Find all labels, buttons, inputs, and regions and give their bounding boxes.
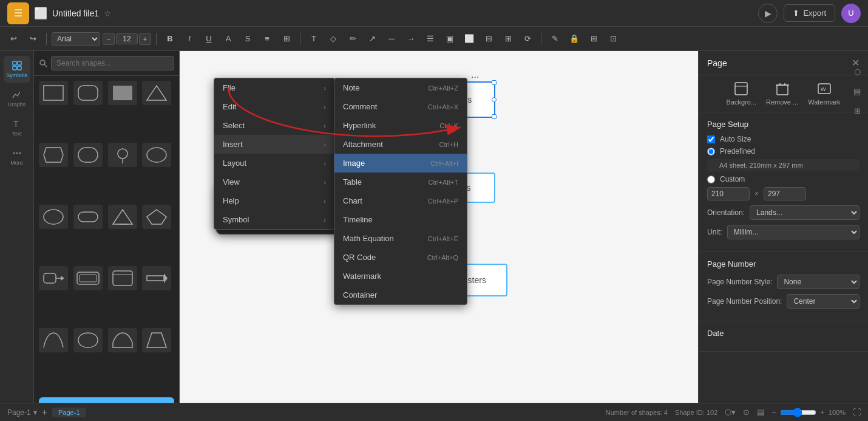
rs-background-action[interactable]: Backgro... bbox=[726, 81, 756, 106]
height-input[interactable] bbox=[764, 187, 806, 200]
shape-item[interactable] bbox=[73, 205, 103, 229]
menu-file[interactable]: File › bbox=[214, 78, 334, 97]
avatar[interactable]: U bbox=[841, 4, 861, 23]
sidebar-text-button[interactable]: T Text bbox=[4, 114, 30, 141]
shape-item[interactable] bbox=[73, 266, 103, 290]
pn-style-select[interactable]: None bbox=[777, 275, 860, 289]
submenu-qr[interactable]: QR Code Ctrl+Alt+Q bbox=[334, 248, 467, 267]
connection-button[interactable]: ⟳ bbox=[519, 30, 536, 47]
submenu-note[interactable]: Note Ctrl+Alt+Z bbox=[334, 78, 467, 97]
align-more-button[interactable]: ⊞ bbox=[278, 30, 295, 47]
shape-item[interactable] bbox=[142, 81, 171, 105]
play-button[interactable]: ▶ bbox=[758, 4, 778, 23]
menu-view[interactable]: View › bbox=[214, 173, 334, 191]
grid-button[interactable]: ⊞ bbox=[585, 30, 602, 47]
width-input[interactable] bbox=[707, 187, 750, 200]
highlight-button[interactable]: ✏ bbox=[344, 30, 361, 47]
star-icon[interactable]: ☆ bbox=[104, 9, 112, 18]
zoom-in-button[interactable]: + bbox=[820, 408, 825, 417]
bold-button[interactable]: B bbox=[161, 30, 178, 47]
shadow-button[interactable]: ▣ bbox=[441, 30, 458, 47]
submenu-image[interactable]: Image Ctrl+Alt+I bbox=[334, 154, 467, 173]
custom-radio[interactable] bbox=[707, 176, 715, 183]
shape-item[interactable] bbox=[39, 266, 68, 290]
line-style-button[interactable]: ─ bbox=[383, 30, 400, 47]
shape-item[interactable] bbox=[142, 328, 171, 352]
menu-help[interactable]: Help › bbox=[214, 191, 334, 210]
strikethrough-button[interactable]: S bbox=[239, 30, 256, 47]
page-selector[interactable]: Page-1 ▾ bbox=[7, 408, 37, 417]
font-size-input[interactable] bbox=[116, 33, 138, 44]
status-layers-button[interactable]: ⬡▾ bbox=[725, 408, 736, 417]
font-size-increase[interactable]: + bbox=[139, 33, 151, 45]
menu-overlay[interactable]: File › Edit › Select › Insert › Layout bbox=[180, 51, 698, 421]
arrow-style-button[interactable]: → bbox=[402, 30, 419, 47]
pn-position-select[interactable]: Center bbox=[787, 294, 860, 309]
shape-item[interactable] bbox=[108, 143, 137, 167]
menu-select[interactable]: Select › bbox=[214, 116, 334, 135]
shape-item[interactable] bbox=[39, 328, 68, 352]
sidebar-more-button[interactable]: More bbox=[4, 143, 30, 170]
fullscreen-button[interactable]: ⛶ bbox=[853, 408, 861, 417]
unit-select[interactable]: Millim... Inches bbox=[727, 225, 860, 239]
shape-item[interactable] bbox=[142, 143, 171, 167]
redo-button[interactable]: ↪ bbox=[24, 30, 41, 47]
align-button[interactable]: ≡ bbox=[259, 30, 276, 47]
edit-button[interactable]: ✎ bbox=[546, 30, 563, 47]
font-size-decrease[interactable]: − bbox=[103, 33, 115, 45]
list-button[interactable]: ☰ bbox=[422, 30, 439, 47]
menu-symbol[interactable]: Symbol › bbox=[214, 210, 334, 229]
auto-size-checkbox[interactable] bbox=[707, 135, 715, 143]
submenu-container[interactable]: Container bbox=[334, 286, 467, 304]
submenu-watermark[interactable]: Watermark bbox=[334, 267, 467, 286]
submenu-timeline[interactable]: Timeline bbox=[334, 210, 467, 229]
text-button[interactable]: T bbox=[305, 30, 322, 47]
menu-edit[interactable]: Edit › bbox=[214, 97, 334, 116]
menu-layout[interactable]: Layout › bbox=[214, 154, 334, 173]
container-button[interactable]: ⬜ bbox=[461, 30, 478, 47]
underline-button[interactable]: U bbox=[200, 30, 217, 47]
rs-watermark-action[interactable]: W Watermark bbox=[808, 81, 840, 106]
table-button[interactable]: ⊡ bbox=[605, 30, 622, 47]
shape-item[interactable] bbox=[73, 328, 103, 352]
sidebar-graphs-button[interactable]: Graphs bbox=[4, 85, 30, 112]
predefined-radio[interactable] bbox=[707, 148, 715, 156]
shape-item[interactable] bbox=[108, 266, 137, 290]
submenu-chart[interactable]: Chart Ctrl+Alt+P bbox=[334, 191, 467, 210]
menu-insert[interactable]: Insert › bbox=[214, 135, 334, 154]
rs-remove-action[interactable]: Remove ... bbox=[766, 81, 798, 106]
shape-item[interactable] bbox=[142, 266, 171, 290]
shape-item[interactable] bbox=[108, 205, 137, 229]
shape-search-input[interactable] bbox=[51, 56, 174, 70]
page-tab[interactable]: Page-1 bbox=[52, 408, 86, 417]
font-select[interactable]: Arial bbox=[52, 32, 100, 46]
shape-item[interactable] bbox=[108, 328, 137, 352]
rs-edge-icon-2[interactable]: ▤ bbox=[849, 83, 866, 100]
submenu-table[interactable]: Table Ctrl+Alt+T bbox=[334, 173, 467, 191]
shape-item[interactable] bbox=[142, 205, 171, 229]
submenu-hyperlink[interactable]: Hyperlink Ctrl+K bbox=[334, 116, 467, 135]
submenu-comment[interactable]: Comment Ctrl+Alt+X bbox=[334, 97, 467, 116]
zoom-slider[interactable] bbox=[780, 408, 816, 417]
submenu-attachment[interactable]: Attachment Ctrl+H bbox=[334, 135, 467, 154]
fill-button[interactable]: ◇ bbox=[325, 30, 342, 47]
submenu-math[interactable]: Math Equation Ctrl+Alt+E bbox=[334, 229, 467, 248]
shape-item[interactable] bbox=[39, 205, 68, 229]
shape-item[interactable] bbox=[73, 81, 103, 105]
orientation-select[interactable]: Lands... Portrait bbox=[750, 205, 860, 220]
rs-edge-icon-1[interactable]: ⬡ bbox=[849, 63, 866, 80]
rs-edge-icon-3[interactable]: ⊞ bbox=[849, 102, 866, 119]
font-color-button[interactable]: A bbox=[220, 30, 237, 47]
shape-item[interactable] bbox=[73, 143, 103, 167]
sidebar-symbols-button[interactable]: Symbols bbox=[4, 56, 30, 83]
status-panel-button[interactable]: ▤ bbox=[757, 408, 764, 417]
expand-button[interactable]: ⊞ bbox=[500, 30, 517, 47]
add-page-button[interactable]: + bbox=[42, 407, 47, 418]
shape-item[interactable] bbox=[39, 143, 68, 167]
lock-button[interactable]: 🔒 bbox=[566, 30, 583, 47]
hamburger-button[interactable]: ☰ bbox=[7, 2, 29, 24]
status-camera-button[interactable]: ⊙ bbox=[743, 408, 750, 417]
collapse-button[interactable]: ⊟ bbox=[480, 30, 497, 47]
italic-button[interactable]: I bbox=[181, 30, 198, 47]
export-button[interactable]: ⬆ Export bbox=[784, 4, 835, 22]
